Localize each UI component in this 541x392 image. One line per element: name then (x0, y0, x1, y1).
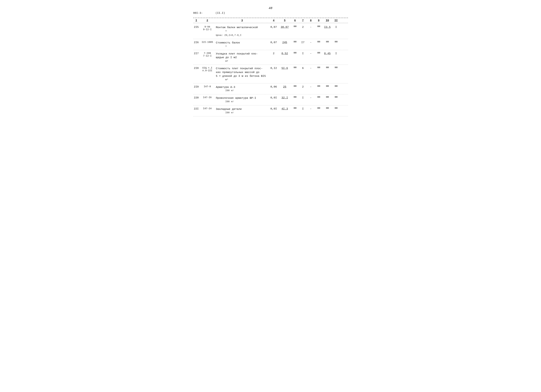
row-col8: - (307, 66, 315, 70)
row-description: Арматура А-3I00 кг (215, 85, 269, 93)
row-col10: 0,45 (323, 52, 332, 55)
row-description: Укладка плит покрытий пло-щадью до I м2ш… (215, 52, 269, 63)
col-header-1: I (193, 19, 199, 22)
row-col6 (291, 41, 299, 43)
row-number: 2I6 (193, 41, 199, 44)
row-col6 (291, 85, 299, 87)
row-col8: - (307, 96, 315, 99)
row-number: 220 (193, 96, 199, 99)
table-row: 2I6I2I-1905Стоимость балокт0,07245I7- (193, 39, 348, 50)
row-col8: - (307, 107, 315, 111)
col-header-2: 2 (199, 19, 215, 22)
row-col5: 25 (278, 85, 291, 89)
col-header-10: IO (323, 19, 332, 22)
row-number: 2I9 (193, 85, 199, 89)
col-header-7: 7 (299, 19, 307, 22)
col-header-9: 9 (315, 19, 323, 22)
row-col10 (323, 107, 332, 109)
col-header-5: 5 (278, 19, 291, 22)
row-col11 (332, 41, 340, 43)
row-code: I2I-1905 (199, 41, 215, 44)
row-col7: 6 (299, 66, 307, 70)
row-col6 (291, 52, 299, 54)
page-header: 90I-3- (II.I) (193, 11, 348, 15)
table-row: 2I9I47-8Арматура А-3I00 кг0,06252- (193, 84, 348, 94)
row-col9 (315, 107, 323, 109)
row-col11 (332, 85, 340, 87)
row-col10 (323, 85, 332, 87)
row-number: 2I5 (193, 25, 199, 29)
price-note: Цена: 29,2+8,7·0,I (216, 34, 268, 37)
row-col4: 0,07 (269, 41, 278, 44)
row-col7: I (299, 52, 307, 55)
row-number: 22I (193, 107, 199, 111)
row-unit: I00 кг (225, 100, 268, 103)
row-code: I47-24 (199, 107, 215, 110)
row-col5: 0,52 (278, 52, 291, 55)
row-col9 (315, 66, 323, 68)
table-row: 2I8ССЦ т.I п.9-22IСтоимость плит покрыти… (193, 65, 348, 83)
row-code: I47-I6 (199, 96, 215, 99)
row-code: 9-94 9-I2-I (199, 25, 215, 31)
row-description: Проволочная арматура ВР-II00 кг (215, 96, 269, 104)
row-col7: 2 (299, 25, 307, 29)
row-col6 (291, 107, 299, 109)
row-number: 2I8 (193, 66, 199, 70)
table-body: 2I59-94 9-I2-IМонтаж балки металлической… (193, 24, 348, 116)
row-col11: I (332, 25, 340, 29)
row-col11 (332, 107, 340, 109)
col-header-3: 3 (215, 19, 269, 22)
row-col11 (332, 66, 340, 68)
row-col5: 5I,6 (278, 66, 291, 70)
row-unit: т (225, 45, 268, 48)
row-col4: 0,0I (269, 96, 278, 99)
doc-id: 90I-3- (193, 11, 203, 15)
row-col5: 4I,3 (278, 107, 291, 111)
row-col9 (315, 52, 323, 54)
row-code: ССЦ т.I п.9-22I (199, 66, 215, 72)
row-col5: 32,I (278, 96, 291, 99)
row-unit: I00 кг (225, 89, 268, 92)
row-col9 (315, 96, 323, 98)
row-col10: I3,5 (323, 25, 332, 29)
row-col7: 2 (299, 85, 307, 89)
row-col4: 0,I2 (269, 66, 278, 70)
col-header-11: II (332, 19, 340, 22)
row-col8: - (307, 85, 315, 89)
row-col11: I (332, 52, 340, 55)
doc-ref: (II.I) (215, 11, 225, 15)
row-col10 (323, 96, 332, 98)
table-row: 220I47-I6Проволочная арматура ВР-II00 кг… (193, 94, 348, 105)
row-col9 (315, 25, 323, 27)
row-description: Стоимость плит покрытий плос-ких прямоуг… (215, 66, 269, 82)
row-col4: 2 (269, 52, 278, 55)
row-number: 2I7 (193, 52, 199, 55)
row-col4: 0,0I (269, 107, 278, 111)
row-col4: 0,07 (269, 25, 278, 29)
table-row: 2I77-I99 7-I2-IУкладка плит покрытий пло… (193, 50, 348, 65)
col-header-6: 6 (291, 19, 299, 22)
row-col9 (315, 85, 323, 87)
row-unit: I00 кг (225, 111, 268, 114)
row-col9 (315, 41, 323, 43)
row-col5: 245 (278, 41, 291, 44)
row-col4: 0,06 (269, 85, 278, 89)
row-unit: т (225, 29, 268, 33)
row-description: Стоимость балокт (215, 41, 269, 48)
row-description: Закладные деталиI00 кг (215, 107, 269, 115)
row-col10 (323, 66, 332, 68)
page-number: 48 (193, 6, 348, 10)
row-col8: - (307, 25, 315, 29)
row-col7: I7 (299, 41, 307, 44)
col-header-8: 8 (307, 19, 315, 22)
row-col10 (323, 41, 332, 43)
row-code: I47-8 (199, 85, 215, 88)
row-col5: 30,07 (278, 25, 291, 29)
row-col8: - (307, 52, 315, 55)
row-unit: шт (225, 59, 268, 63)
row-unit: м³ (225, 78, 268, 81)
row-col6 (291, 96, 299, 98)
table: I 2 3 4 5 6 7 8 9 IO II 2I59-94 9-I2-IМо… (193, 18, 348, 116)
table-row: 2I59-94 9-I2-IМонтаж балки металлической… (193, 24, 348, 39)
column-header-row: I 2 3 4 5 6 7 8 9 IO II (193, 18, 348, 23)
